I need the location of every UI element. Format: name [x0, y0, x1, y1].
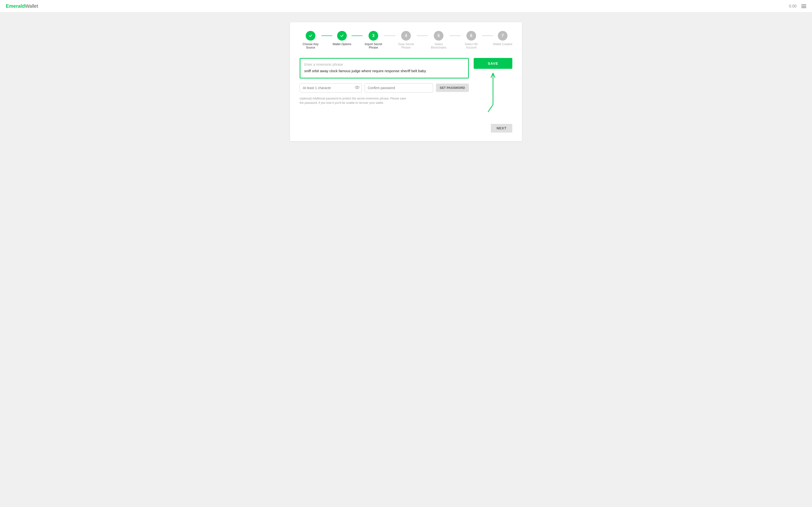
step-7: 7 Wallet Created [493, 31, 512, 46]
header: Emerald Wallet 0.00 [0, 0, 812, 12]
step-4: 4 Save Secret Phrase [395, 31, 417, 49]
confirm-password-input[interactable] [365, 83, 433, 93]
mnemonic-placeholder: Enter a mnemonic phrase [304, 62, 464, 66]
step-circle-6: 6 [466, 31, 476, 41]
step-circle-3: 3 [368, 31, 378, 41]
connector-5 [450, 36, 460, 36]
check-icon-2 [340, 34, 344, 38]
step-label-1: Choose Key Source [300, 43, 321, 49]
left-content: Enter a mnemonic phrase sniff orbit away… [300, 58, 469, 105]
step-2: Wallet Options [332, 31, 352, 46]
header-right: 0.00 [789, 4, 806, 8]
next-button[interactable]: NEXT [491, 124, 512, 132]
step-label-3: Import Secret Phrase [362, 43, 384, 49]
stepper: Choose Key Source Wallet Options 3 Impor… [300, 31, 512, 49]
step-circle-2 [337, 31, 347, 41]
next-row: NEXT [300, 124, 512, 132]
step-label-7: Wallet Created [493, 43, 512, 46]
connector-2 [352, 36, 362, 36]
hamburger-line-3 [801, 7, 806, 8]
right-content: SAVE [474, 58, 512, 119]
svg-point-0 [355, 86, 359, 89]
password-input-wrap [300, 83, 362, 93]
save-button[interactable]: SAVE [474, 58, 512, 69]
eye-icon[interactable] [355, 86, 359, 90]
logo-wallet: Wallet [25, 3, 38, 9]
step-1: Choose Key Source [300, 31, 321, 49]
step-label-4: Save Secret Phrase [395, 43, 417, 49]
hamburger-line-2 [801, 6, 806, 6]
step-3: 3 Import Secret Phrase [362, 31, 384, 49]
step-label-5: Select Blockchains [428, 43, 450, 49]
arrow-indicator [486, 71, 500, 119]
wizard-card: Choose Key Source Wallet Options 3 Impor… [290, 22, 522, 141]
step-circle-1 [306, 31, 315, 41]
menu-icon[interactable] [801, 5, 806, 8]
main-content: Choose Key Source Wallet Options 3 Impor… [0, 12, 812, 151]
connector-6 [482, 36, 493, 36]
arrow-container [486, 71, 500, 119]
svg-point-1 [356, 87, 358, 88]
check-icon-1 [308, 34, 313, 38]
mnemonic-box[interactable]: Enter a mnemonic phrase sniff orbit away… [300, 58, 469, 78]
set-password-button[interactable]: SET PASSWORD [436, 83, 469, 92]
balance-display: 0.00 [789, 4, 797, 8]
step-label-2: Wallet Options [333, 43, 351, 46]
step-circle-7: 7 [498, 31, 507, 41]
logo-emerald: Emerald [6, 3, 25, 9]
step-circle-4: 4 [401, 31, 411, 41]
logo: Emerald Wallet [6, 3, 38, 9]
step-label-6: Select HD Account [460, 43, 482, 49]
connector-3 [384, 36, 395, 36]
content-area: Enter a mnemonic phrase sniff orbit away… [300, 58, 512, 119]
password-input[interactable] [300, 83, 362, 93]
step-5: 5 Select Blockchains [428, 31, 450, 49]
connector-4 [417, 36, 428, 36]
help-text: (optional) Additional password to protec… [300, 96, 411, 105]
step-6: 6 Select HD Account [460, 31, 482, 49]
mnemonic-text: sniff orbit away clock famous judge wher… [304, 68, 464, 74]
password-row: SET PASSWORD [300, 83, 469, 93]
connector-1 [321, 36, 332, 36]
hamburger-line-1 [801, 5, 806, 5]
step-circle-5: 5 [434, 31, 444, 41]
